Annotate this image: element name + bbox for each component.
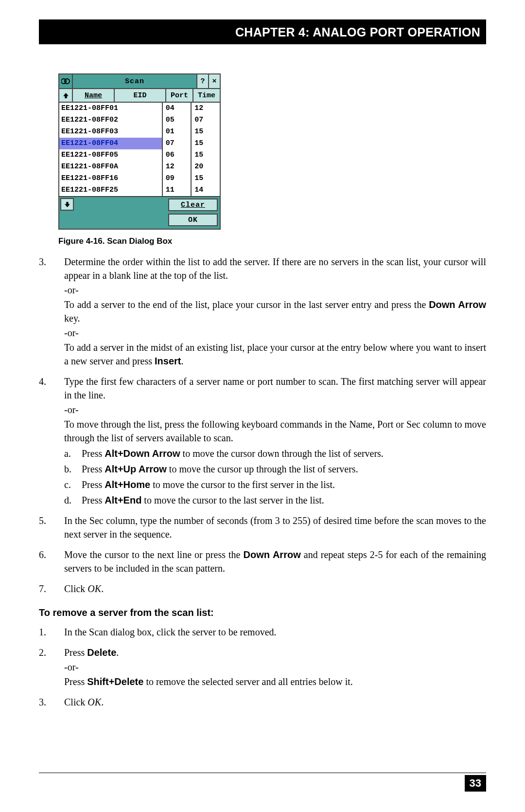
substep-a: a.Press Alt+Down Arrow to move the curso… xyxy=(64,447,486,460)
dialog-sysmenu-icon[interactable] xyxy=(59,74,73,88)
table-row[interactable]: EE1221-08FF0A1220 xyxy=(59,161,220,173)
col-header-port[interactable]: Port xyxy=(166,89,193,102)
table-row[interactable]: EE1221-08FF251114 xyxy=(59,184,220,196)
step-number: 5. xyxy=(39,514,64,541)
text: Click xyxy=(64,697,88,707)
col-header-name[interactable]: Name xyxy=(73,89,115,102)
ok-button[interactable]: OK xyxy=(168,214,218,226)
cell-name: EE1221-08FF03 xyxy=(59,126,163,138)
key-name: Shift+Delete xyxy=(87,676,143,687)
text: to move the cursor up through the list o… xyxy=(167,464,358,474)
text: to move the cursor to the last server in… xyxy=(141,495,324,505)
text: . xyxy=(116,647,119,658)
key-name: Alt+Home xyxy=(105,479,150,490)
cell-time: 15 xyxy=(192,173,220,185)
text: To add a server to the end of the list, … xyxy=(64,299,429,310)
text: Move the cursor to the next line or pres… xyxy=(64,549,244,560)
cell-time: 15 xyxy=(192,149,220,162)
substep-d: d.Press Alt+End to move the cursor to th… xyxy=(64,493,486,507)
cell-port: 01 xyxy=(163,126,192,138)
cell-time: 12 xyxy=(192,103,220,115)
text: Press xyxy=(64,676,87,687)
col-header-time[interactable]: Time xyxy=(193,89,220,102)
key-name: Alt+Down Arrow xyxy=(105,448,180,459)
section-heading: To remove a server from the scan list: xyxy=(39,607,486,618)
text: In the Scan dialog box, click the server… xyxy=(64,625,486,639)
key-name: Alt+Up Arrow xyxy=(105,464,167,474)
table-row[interactable]: EE1221-08FF050615 xyxy=(59,149,220,161)
help-button[interactable]: ? xyxy=(196,74,208,88)
key-name: Insert xyxy=(155,356,181,366)
key-name: Down Arrow xyxy=(429,299,486,310)
substep-c: c.Press Alt+Home to move the cursor to t… xyxy=(64,478,486,491)
cell-port: 05 xyxy=(163,114,192,126)
key-name: Delete xyxy=(87,647,116,658)
table-header-row: Name EID Port Time xyxy=(59,89,220,103)
substep-number: b. xyxy=(64,462,82,476)
ui-element-name: OK xyxy=(88,697,101,707)
remove-step-3: 3. Click OK. xyxy=(39,695,486,709)
table-body: EE1221-08FF010412EE1221-08FF020507EE1221… xyxy=(59,103,220,196)
cell-time: 15 xyxy=(192,138,220,150)
scan-dialog: Scan ? × Name EID Port Time EE1221-08FF0… xyxy=(58,73,221,230)
substep-number: d. xyxy=(64,493,82,507)
text: -or- xyxy=(64,326,486,340)
text: -or- xyxy=(64,403,486,416)
text: Press xyxy=(82,479,105,490)
text: -or- xyxy=(64,283,486,297)
close-button[interactable]: × xyxy=(208,74,220,88)
text: Press xyxy=(82,495,105,505)
table-row[interactable]: EE1221-08FF160915 xyxy=(59,173,220,184)
cell-port: 07 xyxy=(163,138,192,150)
text: to remove the selected server and all en… xyxy=(143,676,352,687)
dialog-titlebar: Scan ? × xyxy=(59,74,220,89)
cell-name: EE1221-08FF25 xyxy=(59,184,163,197)
cell-name: EE1221-08FF16 xyxy=(59,173,163,185)
step-5: 5. In the Sec column, type the number of… xyxy=(39,514,486,541)
clear-button[interactable]: Clear xyxy=(168,198,218,211)
cell-port: 11 xyxy=(163,184,192,197)
cell-name: EE1221-08FF02 xyxy=(59,114,163,126)
text: Press xyxy=(64,647,87,658)
step-4: 4. Type the first few characters of a se… xyxy=(39,375,486,507)
text: Determine the order within the list to a… xyxy=(64,256,486,281)
cell-port: 06 xyxy=(163,149,192,162)
key-name: Down Arrow xyxy=(244,549,301,560)
step-number: 1. xyxy=(39,625,64,639)
cell-port: 04 xyxy=(163,103,192,115)
cell-time: 07 xyxy=(192,114,220,126)
table-row[interactable]: EE1221-08FF010412 xyxy=(59,103,220,114)
text: key. xyxy=(64,313,80,324)
substep-number: c. xyxy=(64,478,82,491)
chapter-header: CHAPTER 4: ANALOG PORT OPERATION xyxy=(39,19,486,44)
text: To add a server in the midst of an exist… xyxy=(64,342,486,366)
page-number: 33 xyxy=(465,775,486,792)
dialog-footer-row: Clear xyxy=(59,196,220,211)
table-row[interactable]: EE1221-08FF030115 xyxy=(59,126,220,138)
remove-step-1: 1. In the Scan dialog box, click the ser… xyxy=(39,625,486,639)
step-number: 7. xyxy=(39,582,64,595)
table-row[interactable]: EE1221-08FF020507 xyxy=(59,114,220,126)
cell-time: 15 xyxy=(192,126,220,138)
step-number: 4. xyxy=(39,375,64,507)
table-row[interactable]: EE1221-08FF040715 xyxy=(59,138,220,149)
cell-time: 20 xyxy=(192,161,220,173)
text: -or- xyxy=(64,660,486,674)
figure-caption: Figure 4-16. Scan Dialog Box xyxy=(58,236,486,246)
text: to move the cursor down through the list… xyxy=(180,448,384,459)
step-number: 6. xyxy=(39,548,64,575)
col-header-eid[interactable]: EID xyxy=(115,89,166,102)
text: Click xyxy=(64,583,88,594)
cell-name: EE1221-08FF01 xyxy=(59,103,163,115)
sort-up-button[interactable] xyxy=(59,89,73,102)
sort-down-button[interactable] xyxy=(60,198,74,211)
step-6: 6. Move the cursor to the next line or p… xyxy=(39,548,486,575)
text: Type the first few characters of a serve… xyxy=(64,376,486,400)
cell-name: EE1221-08FF05 xyxy=(59,149,163,162)
key-name: Alt+End xyxy=(105,495,141,505)
cell-port: 12 xyxy=(163,161,192,173)
remove-step-2: 2. Press Delete. -or- Press Shift+Delete… xyxy=(39,646,486,688)
step-7: 7. Click OK. xyxy=(39,582,486,595)
text: . xyxy=(101,583,104,594)
svg-point-1 xyxy=(65,79,70,84)
